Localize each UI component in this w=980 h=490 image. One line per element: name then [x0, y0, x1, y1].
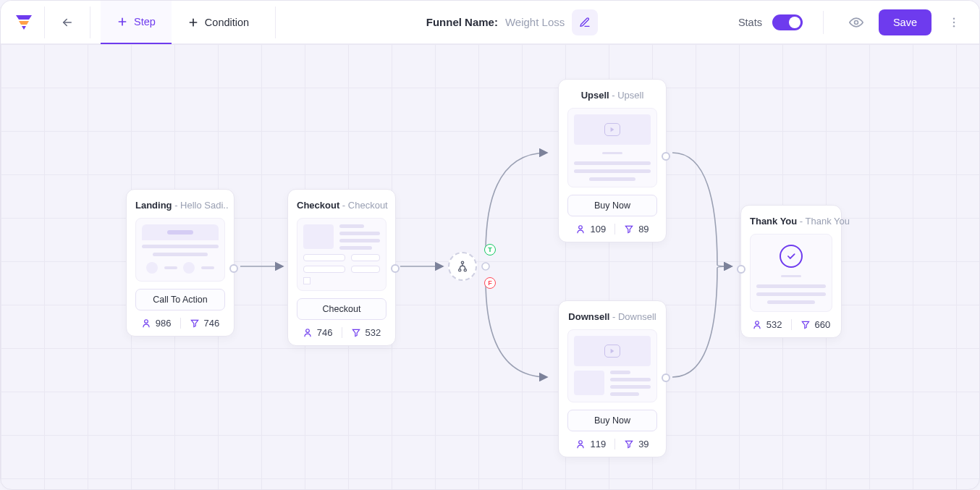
- topbar: Step Condition Funnel Name: Weight Loss …: [1, 1, 979, 44]
- node-title: Upsell - Upsell: [567, 87, 657, 108]
- port-out[interactable]: [662, 152, 670, 161]
- funnel-name: Funnel Name: Weight Loss: [286, 9, 738, 35]
- stat-visitors: 109: [567, 224, 614, 235]
- node-cta: Buy Now: [567, 410, 657, 431]
- funnel-icon: [624, 439, 634, 449]
- pencil-icon: [579, 17, 591, 28]
- svg-point-13: [579, 440, 583, 444]
- eye-icon: [849, 15, 863, 30]
- tab-condition-label: Condition: [205, 17, 249, 28]
- stat-visitors: 532: [743, 319, 791, 330]
- save-button[interactable]: Save: [879, 9, 932, 35]
- back-button[interactable]: [55, 10, 80, 35]
- svg-point-12: [579, 225, 583, 229]
- node-cta: Call To Action: [135, 289, 225, 311]
- stat-conversions: 532: [342, 327, 390, 338]
- funnel-icon: [190, 318, 200, 329]
- port-out[interactable]: [662, 373, 670, 382]
- tab-step-label: Step: [134, 16, 156, 28]
- stat-visitors: 986: [132, 318, 180, 329]
- preview-button[interactable]: [844, 10, 869, 35]
- page-thumbnail: [567, 108, 657, 187]
- node-thankyou[interactable]: Thank You - Thank You 532 660: [740, 205, 842, 338]
- user-icon: [303, 328, 313, 338]
- stat-conversions: 660: [791, 319, 840, 330]
- play-icon: [604, 345, 620, 358]
- svg-point-0: [854, 20, 858, 24]
- node-cta: Buy Now: [567, 195, 657, 216]
- stats-toggle[interactable]: [772, 14, 803, 30]
- funnel-name-label: Funnel Name:: [426, 16, 498, 28]
- user-icon: [575, 439, 586, 449]
- port-out[interactable]: [391, 264, 400, 273]
- node-landing[interactable]: Landing - Hello Sadi.. Call To Action 98…: [126, 189, 235, 337]
- play-icon: [604, 123, 620, 136]
- user-icon: [575, 224, 586, 235]
- stat-conversions: 39: [614, 439, 657, 449]
- plus-icon: [117, 16, 128, 28]
- stat-conversions: 746: [180, 318, 229, 329]
- user-icon: [141, 318, 151, 329]
- svg-point-14: [755, 321, 759, 324]
- stat-visitors: 746: [294, 327, 342, 338]
- node-condition[interactable]: [448, 252, 477, 281]
- svg-point-2: [953, 21, 955, 22]
- user-icon: [752, 320, 762, 330]
- canvas[interactable]: Landing - Hello Sadi.. Call To Action 98…: [1, 44, 979, 489]
- svg-point-11: [464, 269, 466, 271]
- tab-step[interactable]: Step: [101, 1, 172, 44]
- branch-false-badge: F: [484, 277, 496, 289]
- svg-point-7: [144, 319, 148, 323]
- node-upsell[interactable]: Upsell - Upsell Buy Now 109 89: [558, 79, 667, 242]
- stat-visitors: 119: [567, 439, 614, 449]
- stats-label: Stats: [738, 17, 762, 28]
- svg-point-3: [953, 25, 955, 27]
- tab-condition[interactable]: Condition: [172, 1, 265, 44]
- svg-point-6: [482, 263, 489, 270]
- stat-conversions: 89: [614, 224, 657, 235]
- port-out[interactable]: [229, 264, 238, 273]
- app-logo: [14, 12, 34, 33]
- node-title: Landing - Hello Sadi..: [135, 197, 225, 218]
- edit-name-button[interactable]: [572, 9, 598, 35]
- svg-point-10: [459, 269, 461, 271]
- check-circle-icon: [780, 245, 803, 268]
- page-thumbnail: [567, 329, 657, 402]
- node-checkout[interactable]: Checkout - Checkout Checkout 746 532: [287, 189, 396, 346]
- svg-point-1: [953, 17, 955, 19]
- port-in[interactable]: [737, 265, 745, 274]
- branch-icon: [456, 260, 469, 273]
- svg-point-8: [305, 329, 309, 332]
- page-thumbnail: [135, 218, 225, 282]
- node-title: Thank You - Thank You: [750, 213, 832, 234]
- node-title: Checkout - Checkout: [297, 197, 386, 218]
- node-downsell[interactable]: Downsell - Downsell Buy Now 119 39: [558, 300, 667, 457]
- funnel-name-value: Weight Loss: [505, 16, 565, 28]
- page-thumbnail: [750, 234, 832, 312]
- dots-vertical-icon: [947, 16, 960, 29]
- page-thumbnail: [297, 218, 386, 291]
- plus-icon: [187, 17, 199, 28]
- funnel-icon: [351, 328, 361, 338]
- branch-true-badge: T: [484, 244, 496, 255]
- node-title: Downsell - Downsell: [567, 308, 657, 329]
- node-cta: Checkout: [297, 298, 386, 320]
- more-menu-button[interactable]: [942, 10, 966, 35]
- funnel-icon: [801, 320, 811, 330]
- funnel-icon: [624, 224, 634, 235]
